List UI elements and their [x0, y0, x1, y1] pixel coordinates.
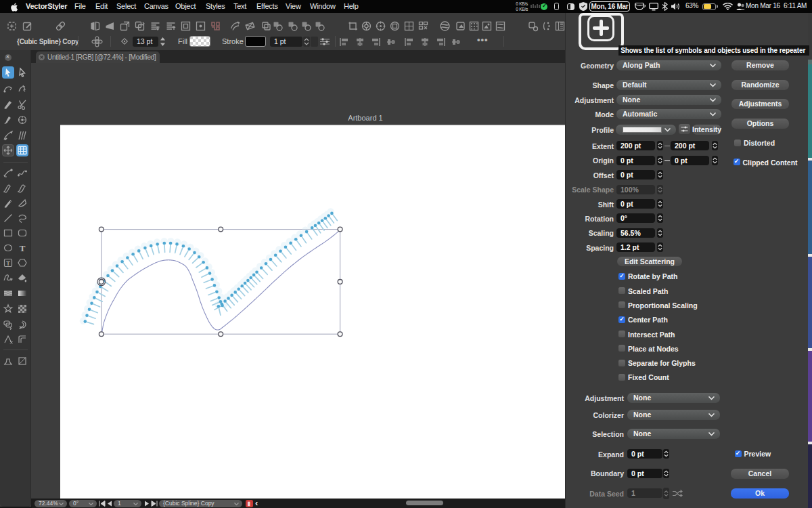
svg-text:T: T	[20, 243, 26, 253]
svg-text:T: T	[6, 260, 10, 267]
